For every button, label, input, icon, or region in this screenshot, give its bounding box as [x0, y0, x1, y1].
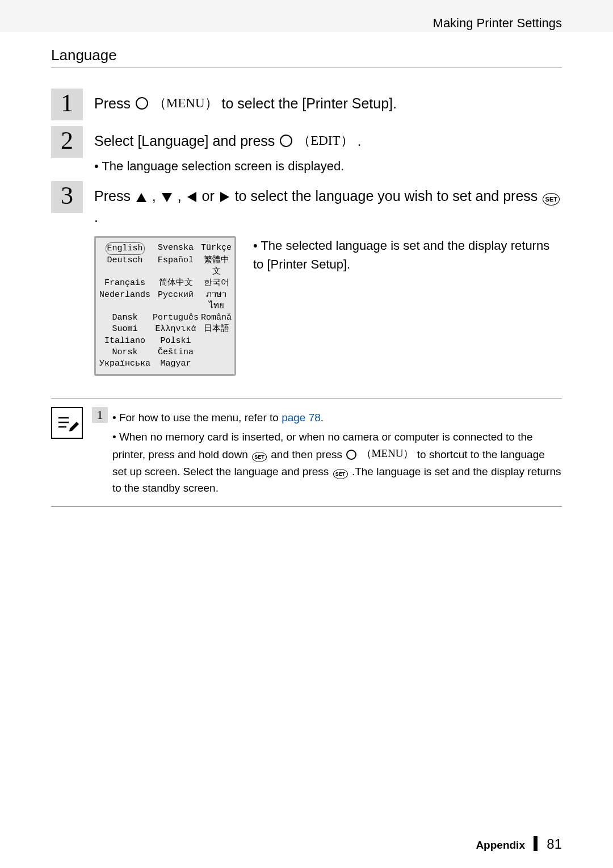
lang-cell: Español	[153, 255, 199, 278]
lang-cell: Ελληνικά	[153, 324, 199, 335]
lang-cell: Português	[153, 312, 199, 324]
arrow-up-icon	[136, 192, 147, 203]
circle-button-icon	[136, 97, 148, 110]
lang-cell: ภาษาไทย	[201, 290, 232, 313]
step-number-3: 3	[51, 181, 83, 213]
note-line2-b: and then press	[271, 448, 345, 460]
section-title-language: Language	[51, 47, 562, 68]
step3-after1: to select the language you wish to set a…	[235, 188, 542, 204]
footer-section: Appendix	[476, 839, 525, 851]
svg-marker-3	[220, 192, 229, 202]
lang-cell: 繁體中文	[201, 255, 232, 278]
step2-text-before: Select [Language] and press	[94, 133, 279, 149]
step-number-2: 2	[51, 126, 83, 158]
lang-cell: Magyar	[153, 358, 199, 370]
set-button-icon: SET	[252, 452, 267, 462]
step-2: 2 Select [Language] and press （EDIT） . T…	[51, 126, 562, 175]
lang-cell: Polski	[153, 336, 199, 347]
menu-button-label: （MENU）	[361, 447, 414, 459]
arrow-down-icon	[161, 192, 173, 203]
lang-cell: 简体中文	[153, 278, 199, 289]
step2-bullet: The language selection screen is display…	[94, 157, 562, 175]
step3-mid1: ,	[152, 188, 160, 204]
lang-cell	[201, 358, 232, 370]
lang-cell	[201, 336, 232, 347]
lang-cell	[201, 347, 232, 358]
arrow-left-icon	[187, 191, 197, 203]
note-line1-a: For how to use the menu, refer to	[119, 412, 282, 423]
step1-text-before: Press	[94, 95, 135, 111]
lang-cell: Svenska	[153, 242, 199, 255]
lang-cell: Русский	[153, 290, 199, 313]
note-block: 1 For how to use the menu, refer to page…	[51, 399, 562, 507]
lang-cell: Nederlands	[99, 290, 150, 313]
footer-page-number: 81	[547, 836, 562, 852]
set-button-icon: SET	[543, 193, 560, 206]
lang-english-selected: English	[106, 242, 145, 255]
lang-cell: Dansk	[99, 312, 150, 324]
step3-text-before: Press	[94, 188, 135, 204]
lang-cell: Türkçe	[201, 242, 232, 255]
step1-text-after: to select the [Printer Setup].	[222, 95, 397, 111]
svg-marker-7	[69, 422, 79, 431]
edit-button-label: （EDIT）	[297, 133, 353, 148]
page-78-link[interactable]: page 78	[282, 412, 321, 423]
lang-cell: Čeština	[153, 347, 199, 358]
step3-mid2: ,	[178, 188, 186, 204]
step-1: 1 Press （MENU） to select the [Printer Se…	[51, 89, 562, 120]
page-header: Making Printer Settings	[51, 16, 562, 31]
step2-text-after: .	[358, 133, 362, 149]
step-3: 3 Press , , or to select the language yo…	[51, 181, 562, 376]
lang-cell: Suomi	[99, 324, 150, 335]
note-line1-b: .	[321, 412, 324, 423]
lang-cell: Norsk	[99, 347, 150, 358]
step3-after2: .	[94, 209, 98, 225]
svg-marker-2	[187, 192, 196, 202]
set-button-icon: SET	[333, 469, 348, 479]
language-selection-screenshot: English Svenska Türkçe Deutsch Español 繁…	[94, 236, 236, 376]
lang-cell: 日本語	[201, 324, 232, 335]
lang-cell: Українська	[99, 358, 150, 370]
menu-button-label: （MENU）	[153, 96, 218, 110]
footer-divider	[534, 836, 538, 851]
note-step-ref: 1	[92, 407, 108, 423]
circle-button-icon	[280, 135, 292, 147]
lang-cell: Italiano	[99, 336, 150, 347]
lang-cell: Français	[99, 278, 150, 289]
svg-marker-1	[162, 193, 172, 202]
lang-cell: 한국어	[201, 278, 232, 289]
circle-button-icon	[346, 450, 356, 460]
step3-mid3: or	[202, 188, 219, 204]
lang-cell: Deutsch	[99, 255, 150, 278]
step-number-1: 1	[51, 89, 83, 120]
svg-marker-0	[136, 193, 146, 202]
note-icon	[51, 407, 83, 439]
page-footer: Appendix 81	[476, 836, 562, 852]
arrow-right-icon	[220, 191, 230, 203]
lang-cell: Română	[201, 312, 232, 324]
step3-result-bullet: The selected language is set and the dis…	[253, 238, 549, 271]
